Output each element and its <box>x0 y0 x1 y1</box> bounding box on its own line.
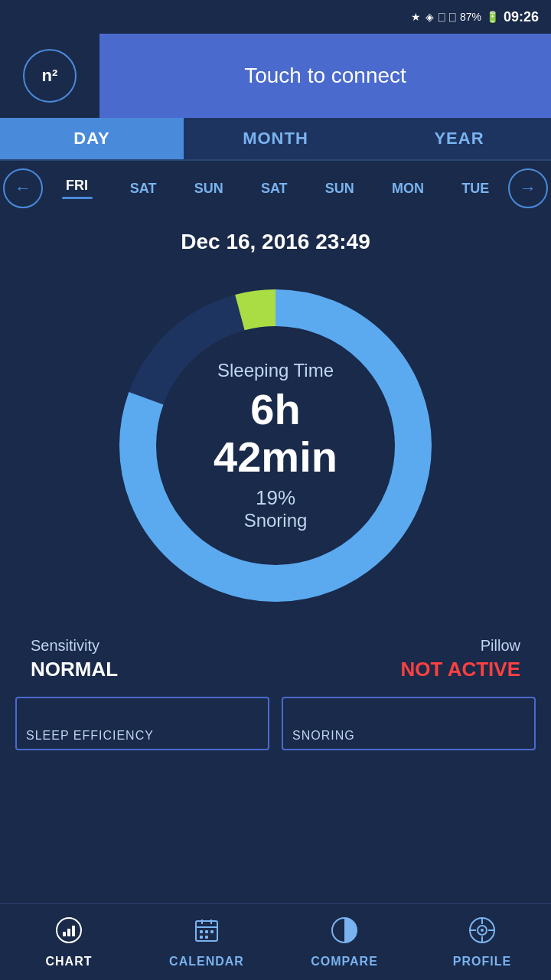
nav-calendar[interactable]: CALENDAR <box>138 916 276 969</box>
sensitivity-value: NORMAL <box>31 658 118 681</box>
status-time: 09:26 <box>504 9 539 25</box>
bluetooth-icon: ★ <box>411 11 421 23</box>
snoring-label: Snoring <box>191 510 360 531</box>
nav-calendar-label: CALENDAR <box>169 955 244 969</box>
tab-month[interactable]: MONTH <box>184 118 367 159</box>
snoring-card[interactable]: SNORING <box>282 697 536 750</box>
info-row: Sensitivity NORMAL Pillow NOT ACTIVE <box>0 622 551 689</box>
svg-rect-17 <box>210 930 214 933</box>
day-sun2[interactable]: SUN <box>325 181 354 197</box>
day-sat2[interactable]: SAT <box>261 181 288 197</box>
day-list: FRI SAT SUN SAT SUN MON TUE <box>43 178 508 199</box>
svg-rect-7 <box>67 929 70 936</box>
signal1-icon: ⎕ <box>439 11 445 23</box>
chart-container: Sleeping Time 6h 42min 19% Snoring <box>0 262 551 622</box>
day-mon[interactable]: MON <box>392 181 424 197</box>
bottom-cards: SLEEP EFFICIENCY SNORING <box>0 689 551 750</box>
signal2-icon: ⎕ <box>449 11 455 23</box>
header: n² Touch to connect <box>0 34 551 118</box>
day-sat1[interactable]: SAT <box>130 181 157 197</box>
nav-profile[interactable]: PROFILE <box>413 916 551 969</box>
sleep-efficiency-label: SLEEP EFFICIENCY <box>26 729 154 743</box>
calendar-icon <box>193 916 220 950</box>
svg-rect-13 <box>200 930 203 933</box>
nav-compare[interactable]: COMPARE <box>276 916 413 969</box>
svg-rect-14 <box>205 930 208 933</box>
svg-rect-15 <box>200 936 203 939</box>
pillow-value: NOT ACTIVE <box>401 658 520 681</box>
sleep-efficiency-card[interactable]: SLEEP EFFICIENCY <box>15 697 269 750</box>
battery-icon: 🔋 <box>486 11 499 23</box>
date-display: Dec 16, 2016 23:49 <box>0 216 551 262</box>
nav-compare-label: COMPARE <box>311 955 378 969</box>
day-navigator: ← FRI SAT SUN SAT SUN MON TUE → <box>0 161 551 216</box>
next-day-button[interactable]: → <box>508 168 548 208</box>
day-sun1[interactable]: SUN <box>194 181 223 197</box>
tab-day[interactable]: DAY <box>0 118 184 159</box>
nav-chart[interactable]: CHART <box>0 916 138 969</box>
svg-rect-8 <box>72 926 75 936</box>
chart-icon <box>55 916 83 950</box>
active-day-underline <box>62 197 93 199</box>
day-fri[interactable]: FRI <box>62 178 93 199</box>
compare-icon <box>331 916 358 950</box>
battery-pct: 87% <box>460 11 481 23</box>
sensitivity-label: Sensitivity <box>31 637 118 655</box>
nav-chart-label: CHART <box>46 955 93 969</box>
pillow-info: Pillow NOT ACTIVE <box>401 637 520 681</box>
svg-rect-16 <box>205 936 208 939</box>
snoring-pct: 19% <box>191 486 360 510</box>
svg-point-21 <box>481 929 484 932</box>
donut-center-text: Sleeping Time 6h 42min 19% Snoring <box>191 360 360 531</box>
donut-chart: Sleeping Time 6h 42min 19% Snoring <box>107 277 444 614</box>
wifi-icon: ◈ <box>425 11 434 23</box>
tab-year[interactable]: YEAR <box>367 118 551 159</box>
app-logo: n² <box>23 49 77 103</box>
connect-button[interactable]: Touch to connect <box>99 34 551 118</box>
sleeping-time-value: 6h 42min <box>191 386 360 480</box>
sensitivity-info: Sensitivity NORMAL <box>31 637 118 681</box>
bottom-nav: CHART CALENDAR COMPARE <box>0 903 551 980</box>
day-tue[interactable]: TUE <box>461 181 489 197</box>
nav-profile-label: PROFILE <box>453 955 511 969</box>
svg-rect-6 <box>63 932 66 936</box>
logo-section: n² <box>0 34 99 118</box>
prev-day-button[interactable]: ← <box>3 168 43 208</box>
sleeping-time-label: Sleeping Time <box>191 360 360 381</box>
snoring-card-label: SNORING <box>292 729 355 743</box>
status-icons: ★ ◈ ⎕ ⎕ 87% 🔋 09:26 <box>411 9 539 25</box>
profile-icon <box>468 916 496 950</box>
period-tabs: DAY MONTH YEAR <box>0 118 551 161</box>
pillow-label: Pillow <box>401 637 520 655</box>
status-bar: ★ ◈ ⎕ ⎕ 87% 🔋 09:26 <box>0 0 551 34</box>
